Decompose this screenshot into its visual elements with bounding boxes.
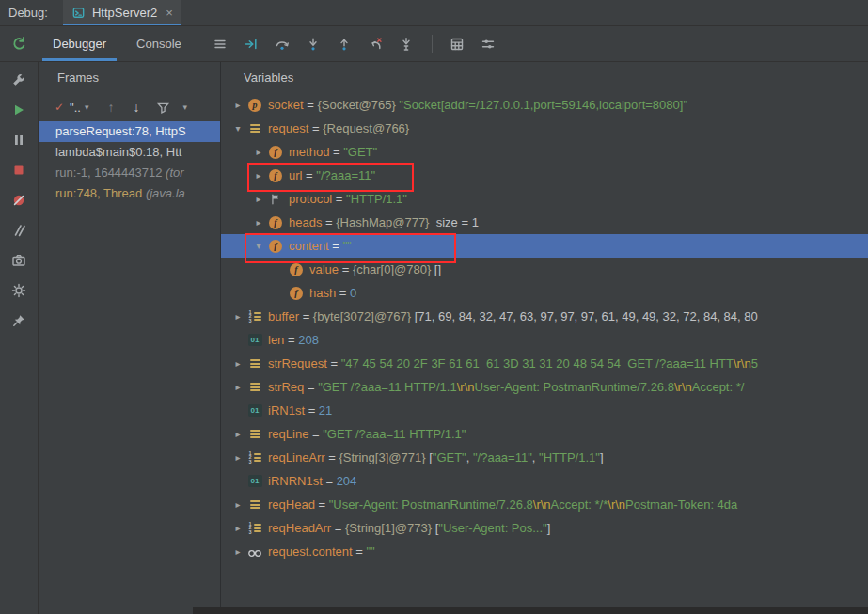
primitive-icon: 01 xyxy=(247,403,262,418)
frame-detail: (java.la xyxy=(146,186,185,200)
thread-dump-camera-icon[interactable] xyxy=(7,249,31,271)
debug-left-toolbar xyxy=(0,62,39,614)
field-icon: f xyxy=(268,239,283,254)
settings-gear-icon[interactable] xyxy=(7,279,31,301)
equals-sign: = xyxy=(332,192,346,206)
variable-row-request-content[interactable]: ▸request.content = "" xyxy=(221,540,868,563)
variable-name: strReq xyxy=(268,380,304,394)
prev-frame-button[interactable]: ↑ xyxy=(107,100,114,115)
variable-row-strreq[interactable]: ▸strReq = "GET /?aaa=11 HTTP/1.1\r\nUser… xyxy=(221,375,868,399)
horizontal-scrollbar-track[interactable] xyxy=(193,607,868,614)
stop-icon[interactable] xyxy=(7,159,31,181)
mute-breakpoints-icon[interactable] xyxy=(7,189,31,211)
rerun-debug-button[interactable] xyxy=(0,26,38,61)
variable-name: reqHeadArr xyxy=(268,521,331,535)
frame-row[interactable]: parseRequest:78, HttpS xyxy=(39,121,220,142)
frame-row[interactable]: run:748, Thread (java.la xyxy=(39,183,220,204)
thread-status-check-icon: ✓ xyxy=(55,101,64,114)
frame-row[interactable]: run:-1, 1644443712 (tor xyxy=(39,163,220,183)
frame-text: run:-1, 1644443712 xyxy=(55,165,166,180)
filter-frames-icon[interactable] xyxy=(154,99,171,116)
expand-chevron-icon[interactable]: ▸ xyxy=(230,499,245,510)
drop-frame-icon[interactable] xyxy=(363,32,388,56)
variable-row-strrequest[interactable]: ▸strRequest = "47 45 54 20 2F 3F 61 61 6… xyxy=(221,352,868,375)
debug-console-icon xyxy=(71,6,87,21)
thread-selector[interactable]: ".. xyxy=(70,101,81,115)
expand-chevron-icon[interactable]: ▸ xyxy=(251,170,266,181)
frames-options-caret-icon[interactable]: ▾ xyxy=(182,102,187,112)
equals-sign: = xyxy=(308,121,323,135)
variable-row-hash[interactable]: fhash = 0 xyxy=(221,281,868,305)
expand-chevron-icon[interactable]: ▸ xyxy=(230,452,245,463)
pin-icon[interactable] xyxy=(7,309,31,331)
variable-row-reqheadarr[interactable]: ▸123reqHeadArr = {String[1]@773} ["User-… xyxy=(221,516,868,540)
variable-row-url[interactable]: ▸furl = "/?aaa=11" xyxy=(221,164,868,187)
close-icon[interactable]: × xyxy=(166,6,173,20)
next-frame-button[interactable]: ↓ xyxy=(133,100,139,115)
variable-row-value[interactable]: fvalue = {char[0]@780} [] xyxy=(221,258,868,281)
variable-name: iRNRN1st xyxy=(268,474,323,488)
expand-chevron-icon[interactable]: ▸ xyxy=(251,147,266,157)
value-text: ] xyxy=(547,521,551,535)
value-text: {Request@766} xyxy=(323,121,409,135)
value-text: "GET /?aaa=11 HTTP/1.1" xyxy=(323,427,466,441)
value-text: size = 1 xyxy=(429,215,478,229)
variable-row-buffer[interactable]: ▸123buffer = {byte[3072]@767} [71, 69, 8… xyxy=(221,305,868,328)
variable-name: iRN1st xyxy=(268,403,305,417)
tab-debugger[interactable]: Debugger xyxy=(38,26,121,61)
view-breakpoints-icon[interactable] xyxy=(7,219,31,241)
evaluate-expression-icon[interactable] xyxy=(445,32,470,56)
frame-row[interactable]: lambda$main$0:18, Htt xyxy=(39,142,220,163)
primitive-icon: 01 xyxy=(247,474,262,489)
expand-chevron-icon[interactable]: ▸ xyxy=(230,311,245,322)
run-to-cursor-icon[interactable] xyxy=(394,32,419,56)
expand-chevron-icon[interactable]: ▸ xyxy=(230,546,245,557)
step-over-icon[interactable] xyxy=(270,32,295,56)
expand-chevron-icon[interactable]: ▸ xyxy=(251,194,266,204)
expand-chevron-icon[interactable]: ▸ xyxy=(230,358,245,369)
value-text: "/?aaa=11" xyxy=(316,168,375,182)
tool-window-header: Debug: HttpServer2 × xyxy=(0,0,868,26)
equals-sign: = xyxy=(336,286,350,300)
expand-chevron-icon[interactable]: ▸ xyxy=(230,100,245,110)
value-text: {String[3]@771} xyxy=(339,450,430,464)
variable-row-reqline[interactable]: ▸reqLine = "GET /?aaa=11 HTTP/1.1" xyxy=(221,422,868,446)
variable-row-request[interactable]: ▾request = {Request@766} xyxy=(221,117,868,140)
resume-icon[interactable] xyxy=(7,99,31,120)
tool-window-title: Debug: xyxy=(0,6,63,20)
variable-row-method[interactable]: ▸fmethod = "GET" xyxy=(221,140,868,164)
expand-chevron-icon[interactable]: ▸ xyxy=(230,523,245,533)
layout-settings-icon[interactable] xyxy=(476,32,501,56)
thread-selector-caret-icon[interactable]: ▾ xyxy=(85,102,89,112)
expand-chevron-icon[interactable]: ▸ xyxy=(251,217,266,228)
value-text: "HTTP/1.1" xyxy=(539,450,600,464)
variable-row-reqlinearr[interactable]: ▸123reqLineArr = {String[3]@771} ["GET",… xyxy=(221,446,868,469)
variable-row-irnrn1st[interactable]: 01iRNRN1st = 204 xyxy=(221,469,868,493)
variable-row-len[interactable]: 01len = 208 xyxy=(221,328,868,352)
step-out-icon[interactable] xyxy=(332,32,357,56)
watch-icon xyxy=(247,544,262,559)
value-text: Postman-Token: 4da xyxy=(625,497,737,512)
pause-icon[interactable] xyxy=(7,129,31,150)
step-into-icon[interactable] xyxy=(301,32,326,56)
variable-row-content[interactable]: ▾fcontent = "" xyxy=(221,234,868,258)
variable-row-irn1st[interactable]: 01iRN1st = 21 xyxy=(221,399,868,422)
equals-sign: = xyxy=(299,309,313,323)
variable-row-protocol[interactable]: ▸protocol = "HTTP/1.1" xyxy=(221,187,868,211)
variable-row-socket[interactable]: ▸psocket = {Socket@765} "Socket[addr=/12… xyxy=(221,93,868,117)
variable-row-reqhead[interactable]: ▸reqHead = "User-Agent: PostmanRuntime/7… xyxy=(221,493,868,516)
hamburger-menu-icon[interactable] xyxy=(208,32,233,56)
value-text: 208 xyxy=(298,333,319,347)
show-execution-point-icon[interactable] xyxy=(239,32,264,56)
tab-httpserver2[interactable]: HttpServer2 × xyxy=(63,0,181,25)
equals-sign: = xyxy=(284,333,298,347)
expand-chevron-icon[interactable]: ▾ xyxy=(251,241,266,251)
variable-row-heads[interactable]: ▸fheads = {HashMap@777} size = 1 xyxy=(221,211,868,234)
expand-chevron-icon[interactable]: ▸ xyxy=(230,429,245,439)
settings-wrench-icon[interactable] xyxy=(7,69,31,90)
tab-console[interactable]: Console xyxy=(121,26,197,61)
debug-tool-window: Debug: HttpServer2 × Debugger Console Fr… xyxy=(0,0,868,614)
expand-chevron-icon[interactable]: ▾ xyxy=(230,123,245,134)
expand-chevron-icon[interactable]: ▸ xyxy=(230,382,245,392)
frames-toolbar: ✓ ".. ▾ ↑ ↓ ▾ xyxy=(39,93,220,121)
